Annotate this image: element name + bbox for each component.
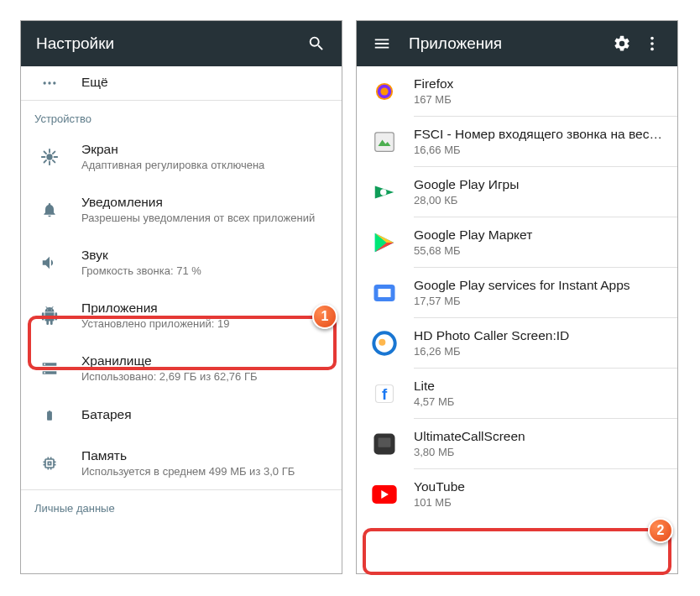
apps-panel: Приложения Firefox167 МБFSCI - Номер вхо…: [356, 20, 678, 574]
battery-icon: [34, 406, 65, 425]
app-name: UltimateCallScreen: [414, 429, 664, 444]
app-size: 101 МБ: [414, 496, 664, 509]
memory-sub: Используется в среднем 499 МБ из 3,0 ГБ: [81, 465, 328, 478]
display-label: Экран: [81, 142, 328, 157]
app-size: 28,00 КБ: [414, 194, 664, 207]
app-icon: [370, 329, 399, 358]
row-apps[interactable]: Приложения Установлено приложений: 19: [21, 289, 342, 342]
app-icon: [370, 178, 399, 207]
notif-sub: Разрешены уведомления от всех приложений: [81, 212, 328, 224]
section-personal: Личные данные: [21, 490, 342, 520]
apps-appbar: Приложения: [357, 21, 677, 66]
app-row[interactable]: Google Play Маркет55,68 МБ: [357, 217, 677, 267]
apps-title: Приложения: [409, 34, 607, 53]
svg-point-5: [650, 42, 654, 45]
app-icon: f: [370, 379, 399, 408]
svg-rect-10: [375, 132, 394, 151]
row-battery[interactable]: Батарея: [21, 395, 342, 437]
app-icon: [370, 279, 399, 307]
app-size: 3,80 МБ: [414, 446, 664, 458]
gear-icon[interactable]: [607, 29, 637, 59]
row-more[interactable]: Ещё: [21, 66, 342, 100]
app-row[interactable]: fLite4,57 МБ: [357, 369, 677, 418]
settings-appbar: Настройки: [21, 21, 342, 66]
svg-point-2: [53, 81, 55, 84]
storage-label: Хранилище: [81, 353, 328, 369]
search-icon[interactable]: [301, 29, 332, 59]
app-row[interactable]: UltimateCallScreen3,80 МБ: [357, 419, 677, 468]
app-row[interactable]: Google Play Игры28,00 КБ: [357, 167, 677, 217]
app-name: Google Play services for Instant Apps: [414, 278, 664, 293]
app-icon: [370, 480, 399, 509]
battery-label: Батарея: [81, 407, 328, 422]
svg-point-4: [650, 37, 654, 40]
more-label: Ещё: [81, 75, 328, 90]
app-row[interactable]: YouTube101 МБ: [357, 469, 677, 519]
sound-sub: Громкость звонка: 71 %: [81, 264, 328, 277]
svg-point-3: [46, 154, 52, 159]
display-sub: Адаптивная регулировка отключена: [81, 159, 328, 171]
memory-icon: [34, 455, 65, 472]
row-notifications[interactable]: Уведомления Разрешены уведомления от все…: [21, 183, 342, 236]
apps-sub: Установлено приложений: 19: [81, 317, 328, 330]
section-device: Устройство: [21, 101, 342, 130]
storage-sub: Использовано: 2,69 ГБ из 62,76 ГБ: [81, 370, 328, 383]
row-storage[interactable]: Хранилище Использовано: 2,69 ГБ из 62,76…: [21, 342, 342, 395]
svg-point-1: [48, 81, 50, 84]
notif-label: Уведомления: [81, 195, 328, 210]
app-name: FSCI - Номер входящего звонка на весь э.…: [414, 127, 664, 142]
app-row[interactable]: Google Play services for Instant Apps17,…: [357, 268, 677, 317]
app-size: 4,57 МБ: [414, 395, 664, 408]
app-row[interactable]: Firefox167 МБ: [357, 66, 677, 116]
apps-label: Приложения: [81, 301, 328, 316]
svg-text:f: f: [382, 385, 388, 403]
svg-rect-13: [379, 289, 391, 297]
app-row[interactable]: FSCI - Номер входящего звонка на весь э.…: [357, 117, 677, 166]
app-icon: [370, 228, 399, 257]
row-sound[interactable]: Звук Громкость звонка: 71 %: [21, 236, 342, 289]
app-size: 167 МБ: [414, 93, 664, 106]
android-icon: [34, 306, 65, 325]
volume-icon: [34, 254, 65, 272]
apps-list[interactable]: Firefox167 МБFSCI - Номер входящего звон…: [357, 66, 677, 573]
app-name: Google Play Игры: [414, 177, 664, 192]
app-icon: [370, 77, 399, 106]
more-vert-icon[interactable]: [637, 29, 667, 59]
svg-point-11: [380, 189, 387, 196]
more-horiz-icon: [34, 75, 65, 91]
app-icon: [370, 128, 399, 156]
app-size: 55,68 МБ: [414, 244, 664, 257]
hamburger-icon[interactable]: [367, 29, 397, 59]
brightness-icon: [34, 148, 65, 166]
app-name: YouTube: [414, 479, 664, 494]
svg-point-0: [44, 81, 46, 84]
svg-point-6: [650, 48, 654, 51]
app-size: 16,66 МБ: [414, 144, 664, 156]
app-icon: [370, 430, 399, 458]
row-memory[interactable]: Память Используется в среднем 499 МБ из …: [21, 437, 342, 489]
app-row[interactable]: HD Photo Caller Screen:ID16,26 МБ: [357, 318, 677, 368]
settings-panel: Настройки Ещё Устройство Экран Адаптивна…: [20, 20, 342, 574]
bell-icon: [34, 201, 65, 218]
settings-content: Ещё Устройство Экран Адаптивная регулиро…: [21, 66, 342, 573]
app-name: Google Play Маркет: [414, 227, 664, 243]
row-display[interactable]: Экран Адаптивная регулировка отключена: [21, 130, 342, 183]
svg-point-9: [380, 87, 388, 95]
svg-rect-20: [379, 437, 391, 447]
sound-label: Звук: [81, 248, 328, 263]
app-size: 16,26 МБ: [414, 345, 664, 358]
app-name: HD Photo Caller Screen:ID: [414, 328, 664, 343]
app-name: Lite: [414, 379, 664, 394]
app-size: 17,57 МБ: [414, 295, 664, 307]
app-name: Firefox: [414, 76, 664, 91]
storage-icon: [34, 360, 65, 377]
memory-label: Память: [81, 448, 328, 463]
svg-point-16: [379, 338, 385, 345]
settings-title: Настройки: [36, 34, 301, 53]
